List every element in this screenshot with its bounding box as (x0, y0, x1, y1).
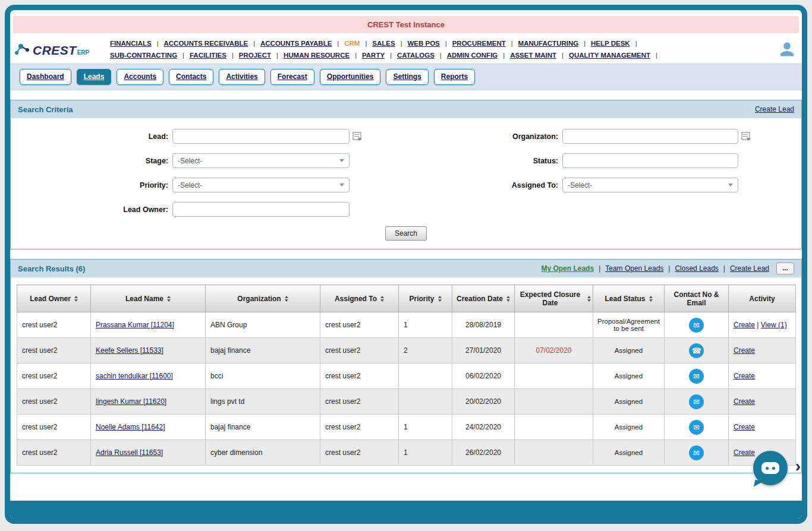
tab-reports[interactable]: Reports (434, 69, 475, 85)
organization-label: Organizaton: (369, 132, 562, 141)
logo-suffix: ERP (77, 49, 90, 56)
lead-owner-input[interactable] (172, 202, 350, 217)
stage-select-value: -Select- (178, 157, 202, 165)
footer-bar (10, 501, 802, 519)
more-options-button[interactable]: ... (776, 263, 794, 274)
tab-forecast[interactable]: Forecast (270, 69, 314, 85)
activity-create-link[interactable]: Create (734, 423, 755, 431)
priority-select[interactable]: -Select- (172, 178, 350, 192)
create-lead-link-top[interactable]: Create Lead (755, 105, 794, 113)
stage-select[interactable]: -Select- (172, 153, 350, 168)
activity-create-link[interactable]: Create (734, 372, 755, 380)
email-icon[interactable]: ✉ (689, 318, 704, 333)
lead-link[interactable]: lingesh Kumar [11620] (96, 397, 166, 406)
assigned-to-select[interactable]: -Select- (562, 178, 738, 192)
cell-assigned-to: crest user2 (320, 364, 399, 389)
organization-input[interactable] (562, 129, 738, 144)
lead-input[interactable] (172, 129, 350, 144)
sort-icon[interactable] (649, 296, 653, 302)
email-icon[interactable]: ✉ (689, 445, 704, 460)
col-header-creation-date[interactable]: Creation Date (452, 285, 515, 312)
email-icon[interactable]: ✉ (689, 369, 704, 384)
col-header-closure-date[interactable]: Expected Closure Date (515, 285, 593, 312)
nav-separator (355, 52, 357, 59)
nav-help-desk[interactable]: HELP DESK (591, 40, 630, 47)
nav-separator (157, 40, 159, 47)
nav-accounts-receivable[interactable]: ACCOUNTS RECEIVABLE (164, 40, 248, 47)
tab-settings[interactable]: Settings (386, 69, 428, 85)
sort-icon[interactable] (380, 296, 384, 302)
nav-separator (445, 40, 447, 47)
tab-opportunities[interactable]: Opportunities (320, 69, 381, 85)
user-profile-icon[interactable] (778, 40, 796, 58)
nav-financials[interactable]: FINANCIALS (110, 40, 152, 47)
lead-link[interactable]: Noelle Adams [11642] (96, 423, 165, 431)
nav-accounts-payable[interactable]: ACCOUNTS PAYABLE (260, 40, 332, 47)
nav-party[interactable]: PARTY (362, 52, 385, 59)
sort-icon[interactable] (167, 296, 171, 302)
status-input[interactable] (562, 153, 738, 168)
activity-view-link[interactable]: View (1) (761, 321, 787, 329)
create-lead-link-results[interactable]: Create Lead (730, 264, 769, 273)
col-header-lead-owner[interactable]: Lead Owner (17, 285, 91, 312)
lead-link[interactable]: Keefe Sellers [11533] (96, 346, 163, 355)
chevron-right-icon[interactable] (795, 458, 801, 475)
nav-asset-maint[interactable]: ASSET MAINT (510, 52, 556, 59)
cell-lead-name: sachin tendulkar [11600] (91, 364, 206, 389)
logo[interactable]: CREST ERP (14, 42, 104, 56)
tab-dashboard[interactable]: Dashboard (20, 69, 71, 85)
sort-icon[interactable] (74, 296, 78, 302)
sort-icon[interactable] (438, 296, 442, 302)
col-header-lead-name[interactable]: Lead Name (91, 285, 206, 312)
table-row: crest user2 Keefe Sellers [11533] bajaj … (17, 338, 796, 364)
nav-separator (562, 52, 564, 59)
search-button[interactable]: Search (385, 226, 427, 241)
activity-create-link[interactable]: Create (734, 448, 755, 457)
col-header-priority[interactable]: Priority (399, 285, 452, 312)
col-header-assigned-to[interactable]: Assigned To (320, 285, 399, 312)
chevron-down-icon (339, 159, 344, 162)
sort-icon[interactable] (506, 296, 510, 302)
tab-accounts[interactable]: Accounts (117, 69, 163, 85)
tab-contacts[interactable]: Contacts (169, 69, 213, 85)
col-label: Contact No & Email (666, 290, 726, 307)
nav-sub-contracting[interactable]: SUB-CONTRACTING (110, 52, 177, 59)
activity-create-link[interactable]: Create (734, 346, 755, 355)
cell-organization: bajaj finance (206, 338, 320, 364)
nav-project[interactable]: PROJECT (239, 52, 271, 59)
team-open-leads-link[interactable]: Team Open Leads (605, 264, 663, 273)
lead-link[interactable]: Adria Russell [11653] (96, 448, 163, 457)
nav-facilities[interactable]: FACILITIES (190, 52, 226, 59)
sort-icon[interactable] (587, 296, 591, 302)
nav-admin-config[interactable]: ADMIN CONFIG (447, 52, 498, 59)
col-header-lead-status[interactable]: Lead Status (593, 285, 665, 312)
nav-web-pos[interactable]: WEB POS (407, 40, 439, 47)
chatbot-icon[interactable] (753, 451, 788, 485)
activity-create-link[interactable]: Create (734, 397, 755, 406)
email-icon[interactable]: ✉ (689, 394, 704, 409)
nav-catalogs[interactable]: CATALOGS (397, 52, 435, 59)
nav-sales[interactable]: SALES (372, 40, 395, 47)
cell-contact: ✉ (665, 389, 729, 415)
cell-lead-owner: crest user2 (17, 440, 91, 466)
sort-icon[interactable] (285, 296, 288, 302)
lookup-icon[interactable] (353, 132, 363, 141)
tab-leads[interactable]: Leads (77, 69, 112, 85)
nav-quality-management[interactable]: QUALITY MANAGEMENT (569, 52, 650, 59)
col-header-organization[interactable]: Organization (206, 285, 320, 312)
nav-crm[interactable]: CRM (344, 40, 360, 47)
tab-activities[interactable]: Activities (219, 69, 265, 85)
closed-leads-link[interactable]: Closed Leads (675, 264, 718, 273)
lead-link[interactable]: Prassana Kumar [11204] (96, 321, 174, 329)
my-open-leads-link[interactable]: My Open Leads (541, 264, 594, 273)
phone-icon[interactable]: ☎ (689, 343, 704, 358)
lead-link[interactable]: sachin tendulkar [11600] (96, 372, 173, 380)
activity-create-link[interactable]: Create (734, 321, 755, 329)
lookup-icon[interactable] (741, 132, 751, 141)
chatbot-widget[interactable] (753, 451, 788, 485)
nav-manufacturing[interactable]: MANUFACTURING (518, 40, 579, 47)
nav-human-resource[interactable]: HUMAN RESOURCE (284, 52, 350, 59)
email-icon[interactable]: ✉ (689, 420, 704, 435)
nav-procurement[interactable]: PROCUREMENT (452, 40, 506, 47)
cell-priority (399, 389, 452, 415)
